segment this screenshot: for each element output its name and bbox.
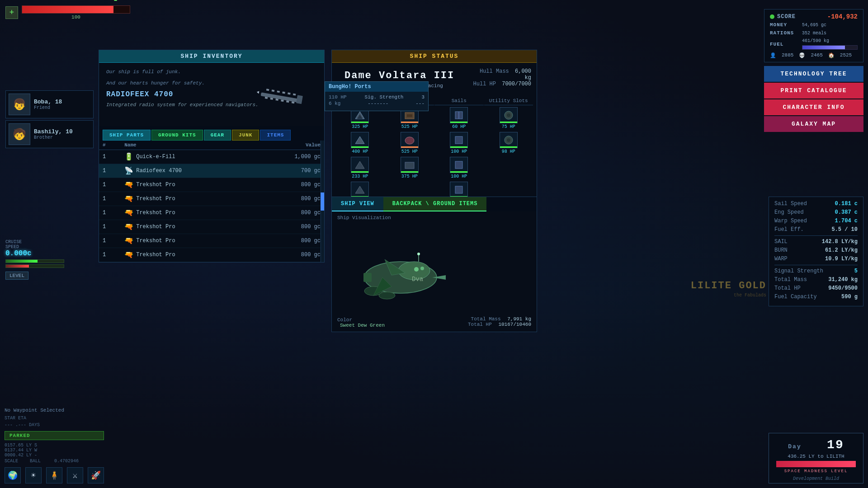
tab-ship-view[interactable]: SHIP VIEW: [332, 197, 383, 211]
action-buttons: TECHNOLOGY TREE PRINT CATALOGUE CHARACTE…: [764, 66, 863, 132]
nav-icon-sun[interactable]: ☀️: [25, 467, 42, 483]
row-qty: 1: [99, 220, 121, 234]
table-row[interactable]: 1🔫Trekshot Pro800 gc: [99, 248, 324, 262]
utility-item-2[interactable]: 98 HP: [484, 132, 533, 154]
sail-speed-value: 0.181 c: [835, 201, 858, 207]
nav-icon-ship[interactable]: 🚀: [88, 467, 104, 483]
svg-rect-11: [288, 93, 291, 95]
svg-rect-26: [455, 136, 462, 144]
total-mass-value: 7,991 kg: [507, 316, 531, 322]
total-info: Total Mass 7,991 kg Total HP 10167/10460: [468, 316, 531, 327]
tab-junk[interactable]: JUNK: [232, 130, 259, 141]
day-number: Day 19: [769, 433, 863, 454]
engine-hp-1: 325 HP: [352, 124, 368, 129]
hull-hp-label: Hull HP: [473, 81, 496, 87]
svg-point-41: [414, 267, 419, 272]
health-plus-button[interactable]: +: [5, 6, 18, 19]
fuel-stat-value: 461/590 kg: [802, 38, 858, 43]
crew-member-bashily[interactable]: 🧒 Bashily, 10 Brother: [5, 120, 94, 148]
inventory-table-container[interactable]: # Name Value 1 🔋Quick-e-Fill 1,000 gc 1 …: [99, 141, 324, 262]
character-info-button[interactable]: CHARACTER INFO: [764, 99, 863, 115]
cruise-speed-label: CRUISESPEED: [5, 239, 64, 249]
scale-value: 0.4702946: [54, 459, 79, 464]
bulk-icon-2: [401, 132, 419, 148]
row-value: 700 gc: [255, 164, 324, 178]
color-value: Sweet Dew Green: [340, 323, 385, 328]
engine-item-3[interactable]: 233 HP: [335, 157, 385, 179]
svg-rect-7: [266, 89, 269, 91]
svg-rect-36: [363, 273, 372, 282]
bulk-item-3[interactable]: 375 HP: [385, 157, 434, 179]
sail-hp-2: 100 HP: [451, 149, 467, 154]
nav-icon-sword[interactable]: ⚔️: [67, 467, 83, 483]
level-badge: LEVEL: [5, 272, 28, 280]
star-label: STAR: [5, 416, 15, 421]
score-label: SCORE: [770, 14, 796, 20]
tooltip-sig-strength-val: 3: [421, 94, 425, 100]
table-row[interactable]: 1 🔋Quick-e-Fill 1,000 gc: [99, 150, 324, 164]
tab-backpack-ground[interactable]: BACKPACK \ GROUND ITEMS: [383, 197, 487, 211]
technology-tree-button[interactable]: TECHNOLOGY TREE: [764, 66, 863, 82]
item-tooltip: BungHo! Ports 110 HP Sig. Strength 3 6 k…: [325, 81, 429, 111]
tooltip-weight-row: 6 kg ------- ---: [329, 101, 425, 106]
nav-icon-planet[interactable]: 🌍: [5, 467, 21, 483]
sail-speed-label: Sail Speed: [774, 201, 807, 207]
bulk-item-2[interactable]: 525 HP: [385, 132, 434, 154]
row-qty: 1: [99, 150, 121, 164]
sail-icon-3: [450, 157, 468, 173]
sail-ly-value: 142.8 LY/kg: [822, 239, 858, 245]
table-row[interactable]: 1 🔫Trekshot Pro 800 gc: [99, 206, 324, 220]
tab-ship-parts[interactable]: SHIP PARTS: [103, 130, 151, 141]
ship-viz-label: Ship Visualization: [337, 215, 531, 221]
crew-avatar-boba: 👦: [9, 94, 30, 115]
utility-icon-2: [500, 132, 518, 148]
galaxy-map-button[interactable]: GALAXY MAP: [764, 116, 863, 132]
print-catalogue-button[interactable]: PRINT CATALOGUE: [764, 83, 863, 99]
ship-status-panel: SHIP STATUS Dame Voltara III Yacht Class…: [331, 50, 537, 211]
eta-value: --- .--- DAYS: [5, 422, 40, 427]
view-tabs: SHIP VIEW BACKPACK \ GROUND ITEMS: [332, 197, 537, 211]
warp-ly-label: WARP: [774, 256, 788, 262]
sail-item-3[interactable]: 100 HP: [434, 157, 484, 179]
engine-item-2[interactable]: 400 HP: [335, 132, 385, 154]
row-name: 🔋Quick-e-Fill: [121, 150, 255, 164]
warp-ly-row: WARP 10.9 LY/kg: [774, 256, 858, 262]
row-value: 800 gc: [255, 234, 324, 248]
sails-header: Sails: [434, 97, 484, 105]
sail-item-2[interactable]: 100 HP: [434, 132, 484, 154]
table-row[interactable]: 1 📡Radiofeex 4700 700 gc: [99, 164, 324, 178]
utility-item-1[interactable]: 75 HP: [484, 107, 533, 129]
engine-hp-3: 233 HP: [352, 174, 368, 179]
tab-ground-kits[interactable]: GROUND KITS: [151, 130, 203, 141]
score-block: SCORE -104,932 MONEY 54,695 gc RATIONS 3…: [764, 9, 863, 62]
bulk-hp-2: 525 HP: [401, 149, 418, 154]
ship-inventory-header: SHIP INVENTORY: [99, 50, 324, 63]
crew-count-3: 2525: [840, 52, 852, 58]
dev-build-label: Development Build: [769, 475, 863, 483]
nav-icon-person[interactable]: 🧍: [46, 467, 62, 483]
table-row[interactable]: 1 🔫Trekshot Pro 800 gc: [99, 234, 324, 248]
fuel-stat-label: FUEL: [770, 42, 799, 47]
health-triangle-icon: ▲: [114, 0, 117, 3]
row-name: 🔫Trekshot Pro: [121, 178, 255, 192]
row-value: 800 gc: [255, 192, 324, 206]
tab-gear[interactable]: GEAR: [204, 130, 231, 141]
sail-icon-4: [450, 182, 468, 198]
sail-item-1[interactable]: 60 HP: [434, 107, 484, 129]
bulk-hp-1: 525 HP: [401, 124, 418, 129]
tooltip-header: BungHo! Ports: [325, 82, 428, 92]
table-row[interactable]: 1 🔫Trekshot Pro 800 gc: [99, 220, 324, 234]
table-row[interactable]: 1 🔫Trekshot Pro 800 gc: [99, 178, 324, 192]
row-value: 800 gc: [255, 206, 324, 220]
bulk-hp-3: 375 HP: [401, 174, 418, 179]
navigation-panel: No Waypoint Selected STAR ETA --- .--- D…: [5, 408, 104, 483]
svg-point-22: [405, 137, 414, 144]
row-name: 🔫Trekshot Pro: [121, 220, 255, 234]
crew-relation-boba: Friend: [34, 105, 90, 110]
row-value: 1,000 gc: [255, 150, 324, 164]
fuel-eff-row: Fuel Eff. 5.5 / 10: [774, 226, 858, 233]
total-mass-perf-row: Total Mass 31,240 kg: [774, 277, 858, 283]
scrollbar-thumb[interactable]: [321, 192, 324, 211]
table-row[interactable]: 1 🔫Trekshot Pro 800 gc: [99, 192, 324, 206]
crew-member-boba[interactable]: 👦 Boba, 18 Friend: [5, 90, 94, 118]
